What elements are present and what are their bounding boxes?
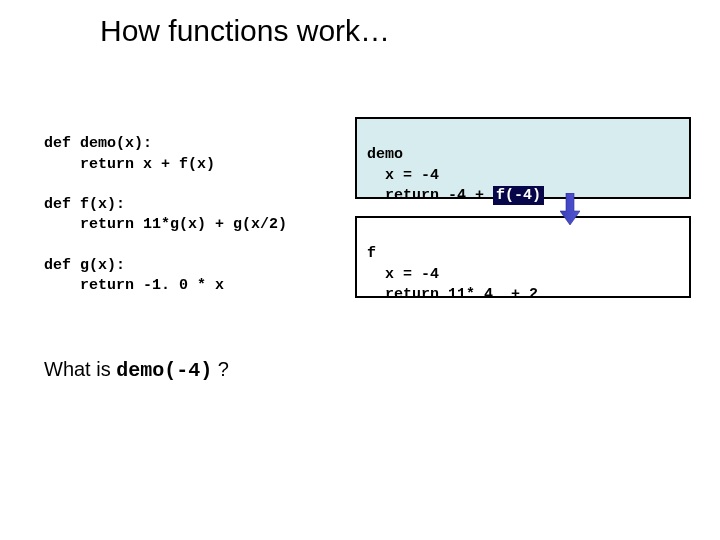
code-f: def f(x): return 11*g(x) + g(x/2) [44, 196, 287, 233]
trace-f-name: f [367, 245, 376, 262]
code-g: def g(x): return -1. 0 * x [44, 257, 224, 294]
trace-f-line1: x = -4 [367, 266, 439, 283]
trace-f-line2: return 11* 4 + 2 [367, 286, 538, 303]
trace-box-demo: demo x = -4 return -4 + f(-4) [355, 117, 691, 199]
code-demo: def demo(x): return x + f(x) [44, 135, 215, 172]
question-prefix: What is [44, 358, 116, 380]
trace-demo-line1: x = -4 [367, 167, 439, 184]
trace-demo-line2a: return -4 + [367, 187, 493, 204]
trace-box-f: f x = -4 return 11* 4 + 2 [355, 216, 691, 298]
code-definitions: def demo(x): return x + f(x) def f(x): r… [44, 114, 287, 296]
question-expr: demo(-4) [116, 359, 212, 382]
question-suffix: ? [212, 358, 229, 380]
trace-demo-name: demo [367, 146, 403, 163]
question-text: What is demo(-4) ? [44, 358, 229, 382]
slide-title: How functions work… [100, 14, 390, 48]
trace-demo-highlight: f(-4) [493, 186, 544, 205]
